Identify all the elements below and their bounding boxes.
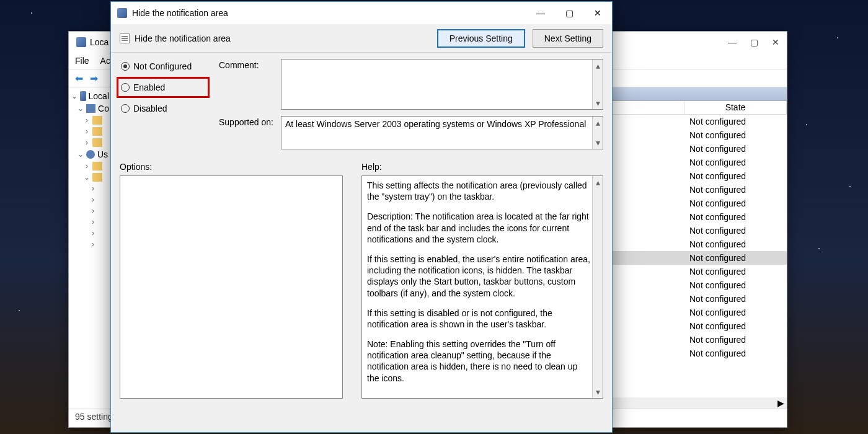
cell-state: Not configured [684, 239, 787, 249]
forward-icon[interactable]: ➡ [87, 72, 100, 84]
cell-state: Not configured [684, 130, 787, 140]
expand-icon[interactable]: › [90, 206, 96, 215]
tree-node[interactable]: › [71, 161, 109, 172]
expand-icon[interactable]: › [84, 162, 90, 170]
comment-textarea[interactable]: ▴▾ [281, 59, 603, 110]
scroll-up-icon[interactable]: ▴ [596, 177, 600, 187]
cell-state: Not configured [684, 212, 787, 222]
supported-textarea: At least Windows Server 2003 operating s… [281, 116, 603, 149]
expand-icon[interactable]: ⌄ [71, 92, 78, 100]
bg-header-state[interactable]: State [684, 101, 787, 114]
back-icon[interactable]: ⬅ [73, 72, 85, 84]
tree-node[interactable]: › [71, 137, 109, 148]
next-setting-button[interactable]: Next Setting [533, 29, 603, 48]
bg-close-icon[interactable]: ✕ [772, 37, 779, 47]
tree-node[interactable]: › [71, 115, 109, 126]
computer-icon [86, 104, 95, 113]
bg-minimize-icon[interactable]: — [728, 37, 737, 47]
scroll-down-icon[interactable]: ▾ [596, 98, 600, 108]
help-p1: This setting affects the notification ar… [367, 180, 590, 202]
expand-icon[interactable]: › [90, 240, 96, 249]
menu-action[interactable]: Ac [100, 56, 110, 66]
folder-icon [92, 162, 102, 170]
cell-state: Not configured [684, 335, 787, 345]
scrollbar[interactable]: ▴▾ [592, 117, 603, 149]
tree-node[interactable]: › [71, 126, 109, 137]
expand-icon[interactable]: › [84, 127, 90, 136]
cell-state: Not configured [684, 185, 787, 195]
help-p4: If this setting is disabled or is not co… [367, 308, 590, 330]
radio-disabled-label: Disabled [133, 104, 167, 113]
expand-icon[interactable]: › [90, 218, 96, 226]
tree-node[interactable]: ⌄ [71, 172, 109, 183]
folder-icon [92, 116, 102, 125]
scrollbar[interactable]: ▴▾ [592, 176, 603, 398]
menu-file[interactable]: File [75, 56, 89, 66]
dialog-titlebar: Hide the notification area — ▢ ✕ [111, 2, 612, 24]
options-box [120, 175, 343, 399]
expand-icon[interactable]: › [84, 138, 90, 147]
bg-maximize-icon[interactable]: ▢ [750, 37, 758, 47]
expand-icon[interactable]: ⌄ [78, 104, 84, 113]
dialog-subbar: Hide the notification area Previous Sett… [111, 24, 612, 53]
tree-node[interactable]: › [71, 216, 109, 228]
scrollbar[interactable]: ▴▾ [592, 60, 603, 109]
previous-setting-button[interactable]: Previous Setting [437, 29, 525, 48]
radio-enabled[interactable]: Enabled [120, 80, 206, 95]
supported-text: At least Windows Server 2003 operating s… [285, 119, 586, 129]
expand-icon[interactable]: ⌄ [84, 173, 90, 182]
expand-icon[interactable]: › [90, 229, 96, 237]
dialog-close-button[interactable]: ✕ [583, 2, 612, 24]
scroll-up-icon[interactable]: ▴ [596, 118, 600, 128]
comment-field: Comment: ▴▾ [219, 59, 603, 110]
dialog-controls: — ▢ ✕ [526, 2, 612, 24]
folder-icon [92, 138, 102, 147]
cell-state: Not configured [684, 348, 787, 358]
user-icon [86, 150, 95, 159]
dialog-minimize-button[interactable]: — [526, 2, 555, 24]
bg-tree[interactable]: ⌄Local⌄Co›››⌄Us›⌄›››››› [69, 87, 112, 409]
dialog-maximize-button[interactable]: ▢ [555, 2, 583, 24]
cell-state: Not configured [684, 294, 787, 304]
scroll-down-icon[interactable]: ▾ [596, 138, 600, 148]
tree-node[interactable]: ⌄Us [71, 148, 109, 161]
supported-label: Supported on: [219, 116, 276, 149]
cell-state: Not configured [684, 171, 787, 181]
folder-icon [92, 173, 102, 182]
cell-state: Not configured [684, 226, 787, 236]
tree-node[interactable]: › [71, 205, 109, 216]
comment-label: Comment: [219, 59, 276, 110]
expand-icon[interactable]: ⌄ [78, 150, 84, 159]
radio-not-configured[interactable]: Not Configured [120, 59, 206, 74]
scroll-down-icon[interactable]: ▾ [596, 387, 600, 397]
scroll-right-icon[interactable]: ▶ [777, 398, 784, 408]
cell-state: Not configured [684, 198, 787, 208]
help-p3: If this setting is enabled, the user's e… [367, 254, 590, 299]
tree-node[interactable]: › [71, 228, 109, 239]
scroll-up-icon[interactable]: ▴ [596, 61, 600, 71]
tree-node[interactable]: ⌄Local [71, 90, 109, 102]
cell-state: Not configured [684, 321, 787, 331]
tree-node[interactable]: ⌄Co [71, 102, 109, 115]
cell-state: Not configured [684, 144, 787, 154]
radio-disabled[interactable]: Disabled [120, 101, 206, 116]
dialog-subtitle: Hide the notification area [135, 33, 231, 43]
policy-state-radios: Not Configured Enabled Disabled [120, 59, 206, 149]
help-p5: Note: Enabling this setting overrides th… [367, 339, 590, 384]
page-icon [120, 33, 130, 43]
expand-icon[interactable]: › [84, 116, 90, 125]
supported-field: Supported on: At least Windows Server 20… [219, 116, 603, 149]
cell-state: Not configured [684, 157, 787, 167]
expand-icon[interactable]: › [90, 184, 96, 193]
tree-node[interactable]: › [71, 194, 109, 205]
radio-not-configured-label: Not Configured [133, 61, 192, 71]
help-label: Help: [361, 162, 603, 172]
cell-state: Not configured [684, 253, 787, 263]
expand-icon[interactable]: › [90, 195, 96, 204]
help-box: This setting affects the notification ar… [361, 175, 603, 399]
tree-node[interactable]: › [71, 183, 109, 194]
tree-node[interactable]: › [71, 239, 109, 250]
radio-circle-icon [121, 62, 130, 71]
policy-dialog: Hide the notification area — ▢ ✕ Hide th… [110, 1, 613, 433]
dialog-icon [117, 8, 127, 18]
